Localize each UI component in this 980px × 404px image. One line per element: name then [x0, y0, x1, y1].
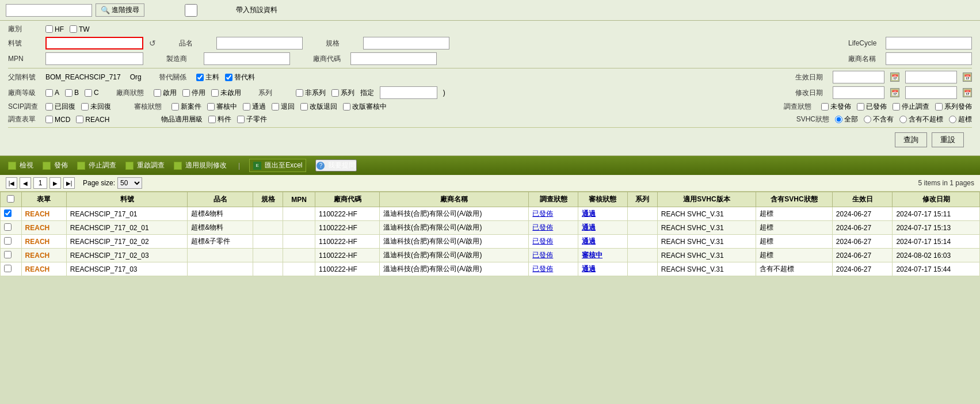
review-status-link[interactable]: 通過 — [582, 209, 596, 218]
review-revision-in-progress-checkbox[interactable] — [343, 103, 350, 110]
survey-status-link[interactable]: 已發佈 — [532, 223, 553, 231]
row-review-status[interactable]: 通過 — [578, 221, 628, 235]
stop-survey-button[interactable]: 停止調查 — [75, 159, 119, 171]
part-no-input[interactable] — [45, 37, 143, 49]
manufacturer-input[interactable] — [204, 52, 290, 65]
select-all-checkbox[interactable] — [7, 195, 14, 203]
review-revision-returned-checkbox[interactable] — [300, 103, 308, 110]
restart-survey-button[interactable]: 重啟調查 — [123, 159, 167, 171]
hf-vendor-checkbox[interactable] — [45, 25, 53, 33]
review-status-link[interactable]: 通過 — [582, 237, 596, 245]
reset-button[interactable]: 重設 — [932, 132, 964, 147]
status-disabled-checkbox[interactable] — [182, 89, 190, 97]
page-size-select[interactable]: 10 20 50 100 — [117, 177, 142, 189]
row-survey-status[interactable]: 已發佈 — [529, 249, 578, 262]
status-enabled-checkbox[interactable] — [154, 89, 161, 97]
survey-status-link[interactable]: 已發佈 — [532, 251, 553, 259]
review-status-label: 審核狀態 — [134, 102, 166, 112]
first-page-button[interactable]: |◀ — [6, 177, 17, 189]
vendor-code-input[interactable] — [350, 52, 437, 65]
effective-date-cal-icon2[interactable]: 📅 — [963, 73, 972, 82]
query-button[interactable]: 查詢 — [895, 132, 927, 147]
effective-date-end[interactable] — [905, 71, 957, 83]
review-passed-checkbox[interactable] — [243, 103, 250, 110]
grade-b-checkbox[interactable] — [65, 89, 73, 97]
row-review-status[interactable]: 通過 — [578, 207, 628, 221]
sub-part-level-checkbox[interactable] — [237, 116, 245, 123]
survey-series-checkbox[interactable] — [935, 103, 943, 110]
review-returned-checkbox[interactable] — [272, 103, 279, 110]
svhc-none-radio[interactable] — [864, 116, 871, 123]
row-checkbox[interactable] — [4, 251, 12, 258]
row-survey-status[interactable]: 已發佈 — [529, 235, 578, 249]
review-new-checkbox[interactable] — [171, 103, 179, 110]
survey-status-link[interactable]: 已發佈 — [532, 265, 553, 273]
form-mcd-checkbox[interactable] — [45, 116, 53, 123]
review-status-link[interactable]: 審核中 — [582, 251, 603, 259]
modify-date-cal-icon[interactable]: 📅 — [890, 88, 899, 97]
row-review-status[interactable]: 通過 — [578, 262, 628, 276]
export-excel-button[interactable]: E 匯出至Excel — [249, 159, 306, 172]
row-svhc-state: 超標 — [756, 249, 833, 262]
vendor-name-input[interactable] — [886, 52, 972, 65]
grade-c-checkbox[interactable] — [85, 89, 92, 97]
sub-part-checkbox[interactable] — [225, 74, 232, 81]
prev-page-button[interactable]: ◀ — [20, 177, 31, 189]
review-status-link[interactable]: 通過 — [582, 265, 596, 273]
lifecycle-input[interactable] — [886, 37, 972, 49]
row-survey-status[interactable]: 已發佈 — [529, 207, 578, 221]
series-only-checkbox[interactable] — [331, 89, 339, 97]
current-page-input[interactable] — [33, 177, 47, 189]
series-specify-input[interactable] — [380, 86, 437, 99]
form-type-row: 調查表單 MCD REACH 物品適用層級 料件 子零件 SVHC狀態 全部 不… — [8, 115, 972, 124]
survey-status-link[interactable]: 已發佈 — [532, 209, 553, 218]
top-search-input[interactable] — [6, 4, 92, 17]
col-effective-date: 生效日 — [832, 192, 893, 207]
modify-date-start[interactable] — [833, 86, 884, 99]
review-in-progress-checkbox[interactable] — [207, 103, 215, 110]
non-series-checkbox[interactable] — [296, 89, 303, 97]
row-checkbox[interactable] — [4, 237, 12, 245]
publish-button[interactable]: 發佈 — [40, 159, 70, 171]
spec-input[interactable] — [363, 37, 449, 49]
tw-vendor-checkbox[interactable] — [70, 25, 77, 33]
survey-published-checkbox[interactable] — [857, 103, 864, 110]
row-spec — [253, 262, 283, 276]
import-preset-checkbox[interactable] — [148, 4, 234, 17]
review-status-link[interactable]: 通過 — [582, 223, 596, 231]
row-review-status[interactable]: 審核中 — [578, 249, 628, 262]
apply-rule-button[interactable]: 適用規則修改 — [171, 159, 229, 171]
row-checkbox[interactable] — [4, 265, 12, 272]
row-survey-status[interactable]: 已發佈 — [529, 262, 578, 276]
survey-not-published-checkbox[interactable] — [821, 103, 829, 110]
grade-a-checkbox[interactable] — [45, 89, 53, 97]
status-not-enabled-checkbox[interactable] — [211, 89, 219, 97]
help-button[interactable]: ? 我要提問 — [315, 159, 357, 171]
advanced-search-button[interactable]: 🔍 進階搜尋 — [96, 3, 144, 17]
next-page-button[interactable]: ▶ — [49, 177, 61, 189]
main-part-checkbox[interactable] — [196, 74, 204, 81]
effective-date-start[interactable] — [833, 71, 884, 83]
form-reach-checkbox[interactable] — [76, 116, 83, 123]
view-button[interactable]: 檢視 — [6, 159, 36, 171]
modify-date-cal-icon2[interactable]: 📅 — [963, 88, 972, 97]
effective-date-cal-icon[interactable]: 📅 — [890, 73, 899, 82]
svhc-within-radio[interactable] — [899, 116, 907, 123]
last-page-button[interactable]: ▶| — [63, 177, 75, 189]
scip-replied-checkbox[interactable] — [45, 103, 53, 110]
refresh-icon[interactable]: ↺ — [149, 39, 156, 48]
row-survey-status[interactable]: 已發佈 — [529, 221, 578, 235]
mpn-input[interactable] — [45, 52, 143, 65]
review-revision-in-progress-text: 改版審核中 — [352, 102, 387, 112]
row-checkbox[interactable] — [4, 209, 12, 217]
svhc-all-radio[interactable] — [835, 116, 842, 123]
scip-not-replied-checkbox[interactable] — [81, 103, 89, 110]
row-checkbox[interactable] — [4, 223, 12, 231]
modify-date-end[interactable] — [905, 86, 957, 99]
survey-stopped-checkbox[interactable] — [893, 103, 900, 110]
survey-status-link[interactable]: 已發佈 — [532, 237, 553, 245]
row-review-status[interactable]: 通過 — [578, 235, 628, 249]
part-level-checkbox[interactable] — [208, 116, 216, 123]
product-name-input[interactable] — [216, 37, 303, 49]
svhc-exceed-radio[interactable] — [949, 116, 956, 123]
